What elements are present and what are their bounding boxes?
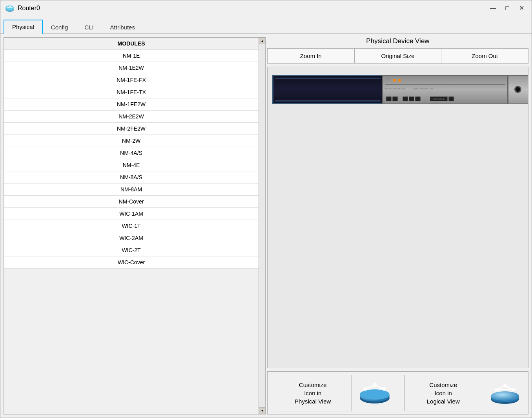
list-item[interactable]: NM-4E (4, 159, 259, 171)
main-window: Router0 — □ ✕ Physical Config CLI Attrib… (0, 0, 532, 418)
modules-header: MODULES (4, 38, 259, 50)
list-item[interactable]: WIC-1AM (4, 208, 259, 220)
list-item[interactable]: NM-2W (4, 135, 259, 147)
zoom-controls: Zoom In Original Size Zoom Out (267, 48, 528, 64)
router-hardware-image: W1 (272, 72, 523, 107)
list-item[interactable]: WIC-2AM (4, 232, 259, 244)
tab-config[interactable]: Config (43, 20, 76, 34)
separator (398, 379, 398, 407)
zoom-in-button[interactable]: Zoom In (268, 49, 355, 63)
title-bar-left: Router0 (5, 4, 40, 13)
svg-point-11 (360, 389, 390, 400)
power-button-visual (514, 86, 521, 93)
router-icon-physical-svg (358, 376, 392, 410)
list-item[interactable]: NM-Cover (4, 196, 259, 208)
list-item[interactable]: NM-1FE-FX (4, 74, 259, 86)
scroll-up-button[interactable]: ▲ (259, 38, 266, 44)
device-view-area: W1 (267, 67, 528, 368)
list-item[interactable]: NM-1FE-TX (4, 86, 259, 98)
router-power-section: RX1252 (508, 75, 528, 104)
tab-cli[interactable]: CLI (76, 20, 102, 34)
list-item[interactable]: NM-2FE2W (4, 123, 259, 135)
svg-point-26 (495, 388, 498, 391)
router-main-body: W1 (382, 75, 508, 104)
window-title: Router0 (18, 5, 40, 12)
logical-router-icon (488, 376, 522, 410)
maximize-button[interactable]: □ (502, 3, 513, 14)
bottom-customize-section: Customize Icon in Physical View (267, 371, 528, 414)
svg-point-15 (363, 387, 367, 391)
zoom-out-button[interactable]: Zoom Out (441, 49, 528, 63)
right-panel: Physical Device View Zoom In Original Si… (266, 34, 532, 418)
list-item[interactable]: NM-1E2W (4, 62, 259, 74)
customize-physical-button[interactable]: Customize Icon in Physical View (274, 375, 352, 411)
minimize-button[interactable]: — (488, 3, 499, 14)
window-icon (5, 4, 15, 13)
tab-physical[interactable]: Physical (4, 20, 43, 34)
modules-panel: MODULES NM-1E NM-1E2W NM-1FE-FX NM-1FE-T… (4, 37, 266, 414)
list-item[interactable]: NM-4A/S (4, 147, 259, 159)
list-item[interactable]: NM-2E2W (4, 111, 259, 123)
svg-point-22 (491, 391, 519, 401)
tab-attributes[interactable]: Attributes (102, 20, 143, 34)
scroll-down-button[interactable]: ▼ (259, 407, 266, 414)
physical-device-view-title: Physical Device View (267, 37, 528, 45)
modules-scrollbar[interactable]: ▲ ▼ (259, 38, 265, 414)
scroll-track[interactable] (259, 44, 265, 407)
title-bar-controls: — □ ✕ (488, 3, 527, 14)
original-size-button[interactable]: Original Size (355, 49, 442, 63)
svg-marker-18 (373, 382, 376, 385)
customize-logical-button[interactable]: Customize Icon in Logical View (404, 375, 483, 411)
modules-list: MODULES NM-1E NM-1E2W NM-1FE-FX NM-1FE-T… (4, 38, 259, 414)
list-item[interactable]: NM-1FE2W (4, 98, 259, 111)
list-item[interactable]: WIC-2T (4, 244, 259, 256)
close-button[interactable]: ✕ (516, 3, 527, 14)
main-content: MODULES NM-1E NM-1E2W NM-1FE-FX NM-1FE-T… (0, 34, 532, 418)
tab-bar: Physical Config CLI Attributes (0, 16, 532, 34)
list-item[interactable]: NM-1E (4, 50, 259, 62)
list-item[interactable]: NM-8A/S (4, 171, 259, 184)
router-expansion-area (272, 75, 382, 104)
list-item[interactable]: WIC-1T (4, 220, 259, 232)
list-item[interactable]: WIC-Cover (4, 256, 259, 269)
physical-router-icon (358, 376, 392, 410)
svg-marker-29 (503, 383, 506, 386)
router-icon-logical-svg (488, 376, 522, 410)
list-item[interactable]: NM-8AM (4, 184, 259, 196)
title-bar: Router0 — □ ✕ (0, 0, 532, 16)
